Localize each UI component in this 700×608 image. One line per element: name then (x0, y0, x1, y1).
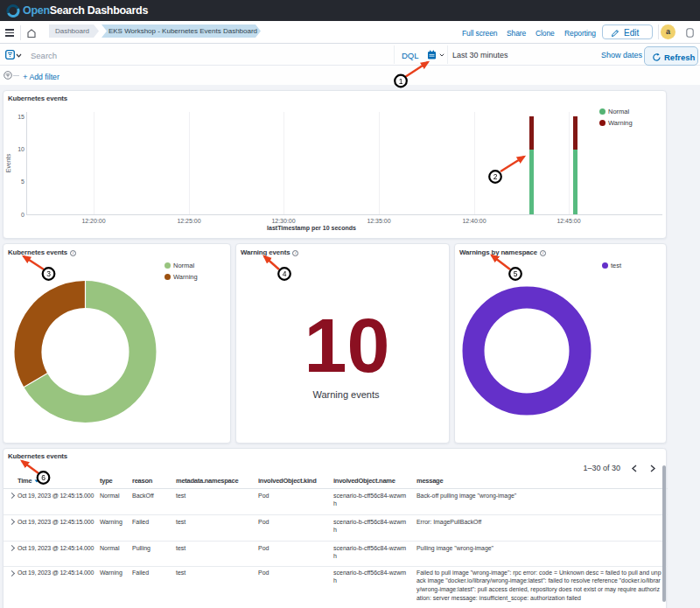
svg-text:5: 5 (514, 269, 518, 278)
svg-text:1: 1 (399, 77, 403, 86)
svg-text:4: 4 (283, 269, 287, 278)
svg-text:6: 6 (41, 473, 46, 482)
svg-text:2: 2 (494, 172, 498, 181)
svg-text:3: 3 (46, 269, 51, 278)
